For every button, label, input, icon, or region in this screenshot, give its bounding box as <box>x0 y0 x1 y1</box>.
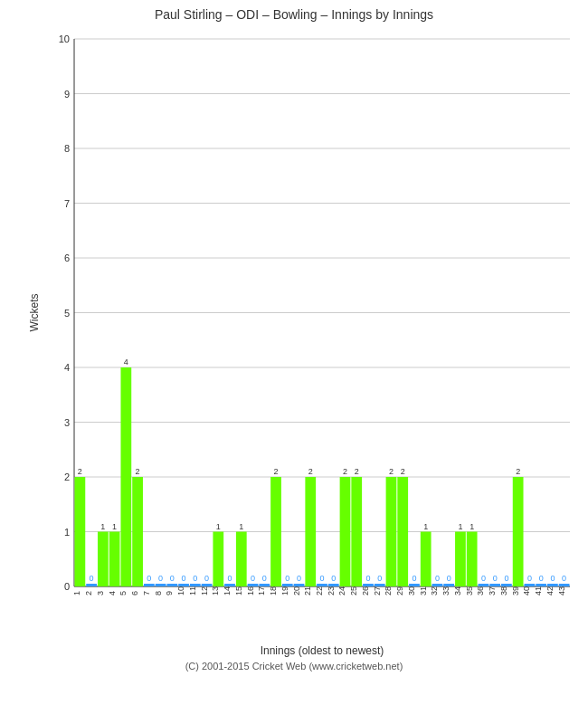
svg-text:30: 30 <box>407 586 416 595</box>
svg-rect-31 <box>98 532 109 587</box>
svg-text:10: 10 <box>59 33 70 44</box>
svg-text:0: 0 <box>447 574 451 583</box>
svg-text:25: 25 <box>349 586 358 595</box>
svg-text:1: 1 <box>239 522 243 531</box>
svg-text:19: 19 <box>280 586 289 595</box>
svg-text:1: 1 <box>469 522 474 531</box>
svg-rect-25 <box>75 477 86 586</box>
chart-title: Paul Stirling – ODI – Bowling – Innings … <box>155 7 433 22</box>
svg-text:0: 0 <box>331 574 336 583</box>
svg-rect-109 <box>397 477 408 586</box>
svg-text:24: 24 <box>337 586 346 595</box>
copyright-text: (C) 2001-2015 Cricket Web (www.cricketwe… <box>185 661 403 672</box>
svg-text:27: 27 <box>373 586 382 595</box>
svg-text:28: 28 <box>384 586 393 595</box>
svg-text:0: 0 <box>527 574 532 583</box>
svg-rect-91 <box>328 584 339 586</box>
svg-rect-46 <box>156 584 166 586</box>
svg-text:18: 18 <box>269 586 278 595</box>
svg-text:17: 17 <box>257 586 266 595</box>
svg-text:10: 10 <box>176 586 185 595</box>
svg-text:11: 11 <box>188 586 197 595</box>
svg-text:26: 26 <box>361 586 370 595</box>
svg-rect-70 <box>248 584 259 586</box>
svg-rect-124 <box>455 532 466 587</box>
svg-text:2: 2 <box>516 467 520 476</box>
svg-rect-121 <box>443 584 454 586</box>
svg-text:1: 1 <box>112 522 117 531</box>
svg-text:1: 1 <box>64 527 70 538</box>
svg-text:3: 3 <box>64 417 70 428</box>
svg-rect-64 <box>224 584 235 586</box>
svg-rect-148 <box>547 584 558 586</box>
svg-rect-76 <box>270 477 281 586</box>
svg-text:1: 1 <box>216 522 221 531</box>
svg-text:21: 21 <box>303 586 312 595</box>
svg-rect-112 <box>409 584 420 586</box>
svg-rect-136 <box>501 584 512 586</box>
svg-text:2: 2 <box>401 467 405 476</box>
svg-text:0: 0 <box>90 574 94 583</box>
svg-rect-28 <box>86 584 97 586</box>
svg-text:0: 0 <box>170 574 175 583</box>
svg-text:6: 6 <box>130 591 139 595</box>
svg-rect-61 <box>213 532 223 587</box>
svg-rect-130 <box>479 584 489 586</box>
svg-text:39: 39 <box>511 586 520 595</box>
svg-rect-67 <box>236 532 247 587</box>
svg-text:7: 7 <box>64 198 70 209</box>
svg-text:9: 9 <box>64 89 70 100</box>
svg-text:2: 2 <box>308 467 313 476</box>
svg-rect-82 <box>294 584 305 586</box>
svg-text:0: 0 <box>182 574 186 583</box>
svg-text:0: 0 <box>562 574 566 583</box>
svg-rect-106 <box>386 477 397 586</box>
svg-text:9: 9 <box>165 591 174 595</box>
svg-text:33: 33 <box>441 586 450 595</box>
svg-text:Innings (oldest to newest): Innings (oldest to newest) <box>261 644 384 657</box>
svg-rect-85 <box>305 477 316 586</box>
svg-text:6: 6 <box>64 252 70 263</box>
svg-text:0: 0 <box>204 574 209 583</box>
chart-container: Paul Stirling – ODI – Bowling – Innings … <box>0 0 588 724</box>
svg-text:0: 0 <box>481 574 486 583</box>
svg-rect-43 <box>144 584 155 586</box>
svg-text:31: 31 <box>419 586 428 595</box>
svg-text:42: 42 <box>545 586 555 595</box>
svg-rect-145 <box>536 584 546 586</box>
svg-text:0: 0 <box>435 574 440 583</box>
svg-rect-94 <box>340 477 351 586</box>
svg-text:13: 13 <box>211 586 220 595</box>
svg-text:41: 41 <box>534 586 543 595</box>
svg-text:0: 0 <box>193 574 197 583</box>
svg-text:43: 43 <box>557 586 566 595</box>
svg-text:0: 0 <box>64 581 70 592</box>
svg-rect-52 <box>178 584 189 586</box>
svg-text:0: 0 <box>493 574 498 583</box>
svg-text:0: 0 <box>504 574 508 583</box>
svg-text:2: 2 <box>355 467 359 476</box>
svg-text:29: 29 <box>395 586 404 595</box>
svg-rect-103 <box>375 584 385 586</box>
svg-text:1: 1 <box>100 522 105 531</box>
svg-text:8: 8 <box>154 591 163 595</box>
svg-rect-34 <box>109 532 120 587</box>
svg-text:0: 0 <box>262 574 267 583</box>
svg-text:2: 2 <box>389 467 394 476</box>
svg-text:2: 2 <box>78 467 82 476</box>
svg-rect-115 <box>421 532 432 587</box>
svg-text:0: 0 <box>228 574 232 583</box>
svg-rect-73 <box>259 584 270 586</box>
svg-text:0: 0 <box>158 574 163 583</box>
svg-rect-88 <box>317 584 327 586</box>
svg-text:8: 8 <box>64 143 70 154</box>
svg-text:5: 5 <box>64 308 70 319</box>
svg-text:7: 7 <box>142 591 151 595</box>
svg-rect-151 <box>559 584 570 586</box>
svg-text:0: 0 <box>319 574 324 583</box>
svg-text:0: 0 <box>539 574 544 583</box>
svg-text:3: 3 <box>96 591 105 595</box>
svg-text:2: 2 <box>274 467 279 476</box>
svg-text:12: 12 <box>200 586 209 595</box>
svg-text:37: 37 <box>488 586 497 595</box>
